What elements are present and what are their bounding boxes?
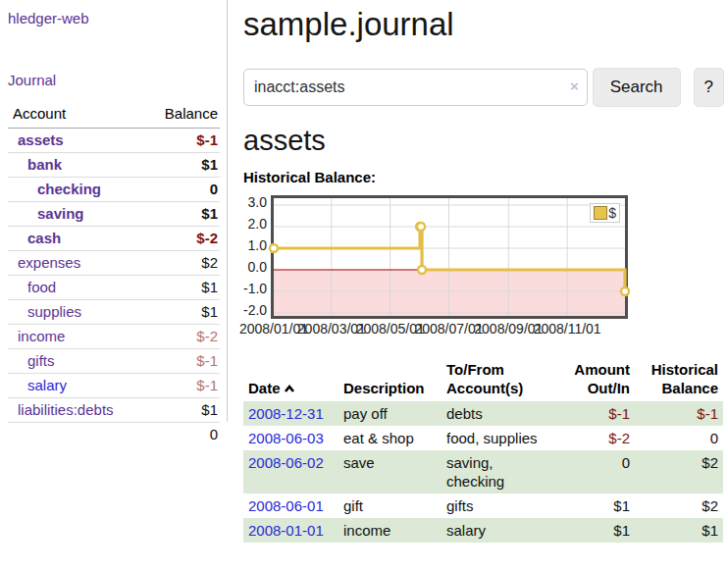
y-axis-tick-label: -1.0 bbox=[243, 281, 267, 296]
transaction-accounts: debts bbox=[442, 401, 556, 426]
account-link-supplies[interactable]: supplies bbox=[27, 303, 81, 320]
transaction-description: save bbox=[338, 450, 442, 493]
account-link-food[interactable]: food bbox=[27, 279, 56, 295]
transaction-balance: $-1 bbox=[635, 401, 723, 426]
account-link-cash[interactable]: cash bbox=[27, 230, 61, 246]
y-axis-tick-label: -2.0 bbox=[243, 302, 267, 318]
balance-chart: 3.02.01.00.0-1.0-2.0 $ 2008/01/012008/03… bbox=[243, 195, 714, 338]
account-link-salary[interactable]: salary bbox=[27, 377, 67, 393]
accounts-total: 0 bbox=[114, 423, 220, 447]
search-input[interactable] bbox=[243, 69, 588, 106]
transaction-amount: $-1 bbox=[556, 401, 635, 426]
main-content: sample.journal × Search ? assets Histori… bbox=[229, 0, 728, 543]
account-link-bank[interactable]: bank bbox=[27, 156, 62, 173]
transaction-date-link[interactable]: 2008-12-31 bbox=[243, 401, 338, 426]
account-link-liabilities-debts[interactable]: liabilities:debts bbox=[18, 401, 114, 418]
register-row: 2008-06-03 eat & shop food, supplies $-2… bbox=[243, 426, 723, 450]
transaction-description: income bbox=[338, 518, 442, 543]
transaction-amount: $-2 bbox=[556, 426, 635, 450]
sidebar-item-journal[interactable]: Journal bbox=[8, 72, 227, 88]
account-link-expenses[interactable]: expenses bbox=[18, 254, 80, 271]
help-button[interactable]: ? bbox=[694, 68, 724, 107]
account-balance: $1 bbox=[114, 202, 220, 227]
account-balance: $1 bbox=[114, 398, 220, 423]
transaction-accounts: gifts bbox=[442, 493, 556, 518]
account-row: cash $-2 bbox=[8, 227, 220, 251]
account-balance: $-1 bbox=[114, 349, 220, 374]
chart-canvas bbox=[274, 198, 625, 316]
search-button[interactable]: Search bbox=[593, 68, 681, 107]
transaction-accounts: salary bbox=[442, 518, 556, 543]
transaction-date-link[interactable]: 2008-06-03 bbox=[243, 426, 338, 450]
sidebar: hledger-web Journal Account Balance asse… bbox=[0, 0, 228, 422]
account-link-saving[interactable]: saving bbox=[37, 205, 84, 222]
account-row: supplies $1 bbox=[8, 300, 220, 325]
transaction-description: pay off bbox=[338, 401, 442, 426]
accounts-table: Account Balance assets $-1 bank $1 check… bbox=[8, 102, 220, 446]
transaction-balance: $2 bbox=[635, 450, 723, 493]
transaction-amount: $1 bbox=[556, 518, 635, 543]
transaction-date-link[interactable]: 2008-01-01 bbox=[243, 518, 338, 543]
clear-search-icon[interactable]: × bbox=[570, 78, 579, 94]
account-row: income $-2 bbox=[8, 325, 220, 349]
chart-title: Historical Balance: bbox=[243, 169, 724, 185]
register-row: 2008-01-01 income salary $1 $1 bbox=[243, 518, 723, 543]
account-balance: $-1 bbox=[114, 374, 220, 398]
transaction-amount: 0 bbox=[556, 450, 635, 493]
account-link-checking[interactable]: checking bbox=[37, 181, 101, 197]
account-balance: $-1 bbox=[114, 129, 220, 153]
x-axis-tick-label: 2008/11/01 bbox=[534, 321, 601, 337]
column-header-date[interactable]: Date bbox=[243, 358, 338, 401]
search-form: × Search ? bbox=[243, 68, 724, 107]
transaction-balance: $1 bbox=[635, 518, 723, 543]
register-row: 2008-06-01 gift gifts $1 $2 bbox=[243, 493, 723, 518]
register-row: 2008-06-02 save saving, checking 0 $2 bbox=[243, 450, 723, 493]
account-link-income[interactable]: income bbox=[18, 328, 65, 344]
account-row: checking 0 bbox=[8, 178, 220, 202]
account-balance: 0 bbox=[114, 178, 220, 202]
page-title: sample.journal bbox=[243, 6, 724, 43]
account-column-header: Account bbox=[8, 102, 114, 129]
brand-link[interactable]: hledger-web bbox=[8, 10, 227, 26]
register-row: 2008-12-31 pay off debts $-1 $-1 bbox=[243, 401, 723, 426]
account-row: expenses $2 bbox=[8, 251, 220, 276]
account-row: assets $-1 bbox=[8, 129, 220, 153]
register-table: Date Description To/From Account(s) Amou… bbox=[243, 358, 723, 543]
account-row: salary $-1 bbox=[8, 374, 220, 398]
transaction-balance: 0 bbox=[635, 426, 723, 450]
sort-ascending-icon bbox=[284, 384, 295, 393]
transaction-accounts: food, supplies bbox=[442, 426, 556, 450]
account-balance: $-2 bbox=[114, 227, 220, 251]
column-header-description: Description bbox=[338, 358, 442, 401]
accounts-table-header: Account Balance bbox=[8, 102, 220, 129]
y-axis-tick-label: 2.0 bbox=[243, 216, 267, 232]
account-row: gifts $-1 bbox=[8, 349, 220, 374]
x-axis-tick-label: 2008/07/01 bbox=[414, 321, 483, 337]
y-axis-tick-label: 3.0 bbox=[243, 194, 267, 210]
account-row: saving $1 bbox=[8, 202, 220, 227]
chart-legend: $ bbox=[590, 203, 620, 223]
transaction-description: gift bbox=[338, 493, 442, 518]
y-axis-tick-label: 0.0 bbox=[243, 259, 267, 275]
account-row: food $1 bbox=[8, 276, 220, 300]
account-row: bank $1 bbox=[8, 153, 220, 178]
account-link-assets[interactable]: assets bbox=[18, 131, 64, 148]
account-balance: $1 bbox=[114, 276, 220, 300]
transaction-amount: $1 bbox=[556, 493, 635, 518]
legend-label: $ bbox=[608, 205, 616, 221]
balance-column-header: Balance bbox=[114, 102, 220, 129]
legend-swatch-icon bbox=[594, 206, 607, 220]
register-header-row: Date Description To/From Account(s) Amou… bbox=[243, 358, 723, 401]
y-axis-tick-label: 1.0 bbox=[243, 237, 267, 253]
accounts-total-row: 0 bbox=[8, 423, 220, 447]
account-balance: $1 bbox=[114, 300, 220, 325]
transaction-date-link[interactable]: 2008-06-01 bbox=[243, 493, 338, 518]
account-link-gifts[interactable]: gifts bbox=[27, 352, 55, 369]
account-row: liabilities:debts $1 bbox=[8, 398, 220, 423]
account-balance: $1 bbox=[114, 153, 220, 178]
account-balance: $-2 bbox=[114, 325, 220, 349]
account-balance: $2 bbox=[114, 251, 220, 276]
column-header-accounts: To/From Account(s) bbox=[442, 358, 556, 401]
transaction-date-link[interactable]: 2008-06-02 bbox=[243, 450, 338, 493]
column-header-amount: Amount Out/In bbox=[556, 358, 635, 401]
